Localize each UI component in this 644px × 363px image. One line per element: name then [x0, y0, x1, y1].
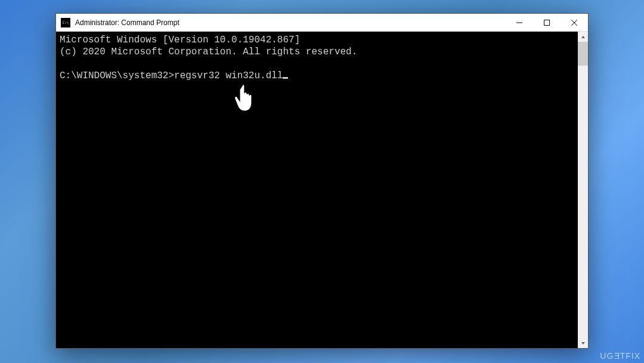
scroll-thumb[interactable]	[578, 42, 588, 66]
cmd-icon	[61, 18, 70, 27]
maximize-button[interactable]	[533, 14, 561, 32]
svg-marker-5	[581, 342, 585, 344]
terminal-command: regsvr32 win32u.dll	[174, 70, 283, 81]
command-prompt-window: Administrator: Command Prompt Microsoft …	[55, 13, 589, 349]
svg-marker-4	[581, 36, 585, 38]
terminal-prompt: C:\WINDOWS\system32>	[60, 70, 174, 81]
minimize-button[interactable]	[506, 14, 533, 32]
titlebar[interactable]: Administrator: Command Prompt	[56, 14, 588, 32]
terminal-line-copyright: (c) 2020 Microsoft Corporation. All righ…	[60, 47, 357, 57]
terminal-output[interactable]: Microsoft Windows [Version 10.0.19042.86…	[56, 32, 578, 348]
close-button[interactable]	[561, 14, 588, 32]
watermark: UGETFIX	[600, 351, 640, 361]
window-controls	[506, 14, 588, 32]
svg-rect-1	[544, 20, 550, 25]
terminal-line-version: Microsoft Windows [Version 10.0.19042.86…	[60, 35, 300, 45]
text-cursor	[283, 77, 288, 79]
window-title: Administrator: Command Prompt	[75, 19, 506, 27]
scroll-down-button[interactable]	[578, 338, 588, 348]
scroll-up-button[interactable]	[578, 32, 588, 42]
vertical-scrollbar[interactable]	[578, 32, 588, 348]
